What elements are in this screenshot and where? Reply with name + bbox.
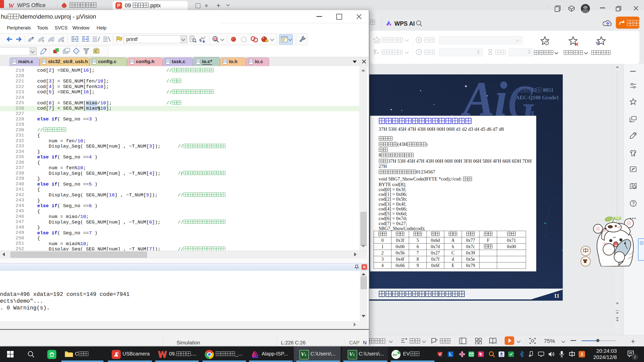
svg-text:Q: Q (214, 37, 217, 41)
